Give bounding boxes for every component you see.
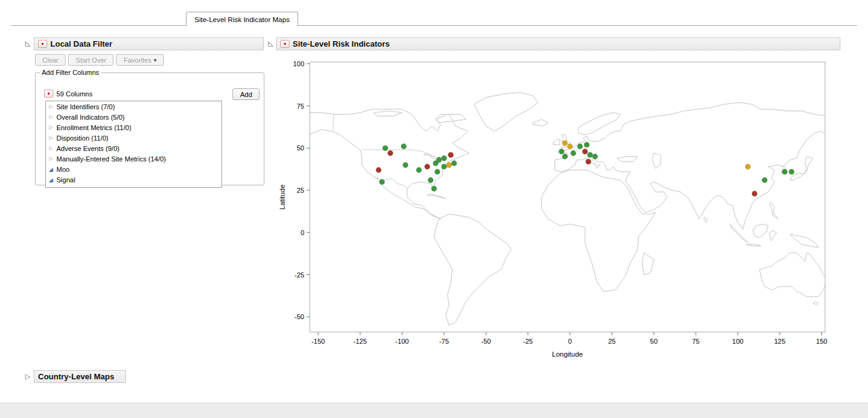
tree-item-site-identifiers-7-0[interactable]: ▷Site Identifiers (7/0) [46, 101, 221, 112]
clear-button[interactable]: Clear [35, 54, 66, 66]
site-point[interactable] [383, 145, 388, 151]
x-tick-label: 75 [692, 338, 699, 345]
tab-site-level-risk-indicator-maps[interactable]: Site-Level Risk Indicator Maps [186, 12, 298, 26]
columns-count-label: 59 Columns [56, 90, 93, 98]
site-point[interactable] [563, 154, 568, 160]
site-point[interactable] [593, 154, 598, 160]
red-triangle-menu-icon[interactable]: ▼ [280, 40, 290, 48]
app-window: Site-Level Risk Indicator Maps ◺ ▼ Local… [0, 0, 868, 403]
site-point[interactable] [417, 168, 422, 173]
tree-item-label: Signal [56, 176, 75, 184]
expand-triangle-icon[interactable]: ▷ [48, 135, 54, 141]
tree-item-label: Adverse Events (9/0) [56, 145, 120, 152]
filter-buttons-row: Clear Start Over Favorites ▾ [35, 54, 164, 66]
x-tick-label: 150 [816, 338, 827, 345]
columns-count-row: ▼ 59 Columns [44, 90, 93, 98]
x-tick-label: -100 [395, 338, 409, 345]
tree-item-label: Manually-Entered Site Metrics (14/0) [56, 155, 166, 163]
site-point[interactable] [745, 164, 751, 169]
expand-triangle-icon[interactable]: ▷ [48, 125, 54, 130]
tree-item-label: Site Identifiers (7/0) [56, 103, 115, 110]
site-point[interactable] [431, 186, 437, 192]
start-over-button[interactable]: Start Over [68, 54, 113, 66]
site-point[interactable] [586, 159, 591, 164]
site-point[interactable] [582, 149, 588, 154]
expand-triangle-icon[interactable]: ▷ [48, 114, 54, 120]
site-point[interactable] [447, 162, 452, 168]
site-point[interactable] [435, 169, 440, 174]
x-tick-label: -150 [312, 338, 325, 345]
x-tick-label: -125 [353, 338, 367, 345]
site-point[interactable] [567, 144, 573, 149]
site-point[interactable] [448, 152, 453, 158]
y-tick-label: -25 [294, 271, 304, 279]
site-point[interactable] [424, 164, 430, 169]
red-triangle-menu-icon[interactable]: ▼ [44, 90, 53, 98]
x-tick-label: 50 [650, 338, 658, 345]
site-point[interactable] [559, 149, 564, 154]
add-button[interactable]: Add [232, 88, 259, 100]
tree-item-adverse-events-9-0[interactable]: ▷Adverse Events (9/0) [46, 143, 221, 153]
site-point[interactable] [388, 150, 393, 156]
site-point[interactable] [789, 169, 794, 174]
site-point[interactable] [401, 144, 407, 149]
continuous-column-icon: ◢ [48, 166, 54, 172]
favorites-button[interactable]: Favorites ▾ [116, 54, 164, 66]
x-axis-title: Longitude [552, 350, 583, 358]
expand-triangle-icon[interactable]: ▷ [48, 145, 54, 151]
site-point[interactable] [563, 141, 568, 146]
site-point[interactable] [577, 144, 583, 149]
collapse-triangle-icon[interactable]: ▷ [25, 372, 30, 381]
dropdown-arrow-icon: ▾ [154, 57, 157, 63]
site-point[interactable] [588, 152, 593, 158]
tree-item-label: Moo [56, 166, 69, 173]
x-tick-label: 0 [568, 338, 572, 345]
site-point[interactable] [403, 162, 409, 168]
tree-item-enrollment-metrics-11-0[interactable]: ▷Enrollment Metrics (11/0) [46, 122, 221, 133]
site-point[interactable] [570, 150, 576, 156]
site-point[interactable] [442, 164, 447, 169]
x-tick-label: 25 [608, 338, 615, 345]
expand-triangle-icon[interactable]: ▷ [48, 104, 54, 109]
site-point[interactable] [451, 161, 457, 166]
red-triangle-menu-icon[interactable]: ▼ [38, 40, 47, 48]
site-point[interactable] [376, 168, 382, 173]
tree-item-signal[interactable]: ◢Signal [46, 174, 221, 185]
site-map-plot[interactable]: -150-125-100-75-50-250255075100125150100… [275, 55, 839, 365]
y-tick-label: 100 [293, 60, 304, 68]
site-point[interactable] [428, 177, 434, 183]
site-point[interactable] [584, 142, 590, 147]
expand-triangle-icon[interactable]: ▷ [48, 156, 54, 161]
x-tick-label: -75 [439, 338, 449, 345]
y-tick-label: 50 [297, 144, 304, 152]
add-filter-columns-group: Add Filter Columns ▼ 59 Columns Add ▷Sit… [35, 69, 264, 185]
tree-item-manually-entered-site-metrics-14-0[interactable]: ▷Manually-Entered Site Metrics (14/0) [46, 153, 221, 164]
collapse-triangle-icon[interactable]: ◺ [25, 39, 30, 47]
country-level-maps-header[interactable]: Country-Level Maps [34, 370, 126, 383]
country-level-maps-title: Country-Level Maps [38, 372, 114, 381]
site-point[interactable] [436, 157, 442, 163]
tree-item-label: Enrollment Metrics (11/0) [56, 124, 131, 131]
y-axis-title: Latitude [278, 185, 286, 210]
site-level-indicators-title: Site-Level Risk Indicators [293, 39, 390, 48]
local-data-filter-title: Local Data Filter [50, 39, 112, 48]
tree-item-overall-indicators-5-0[interactable]: ▷Overall Indicators (5/0) [46, 112, 221, 122]
y-tick-label: -50 [294, 313, 304, 320]
y-tick-label: 75 [297, 103, 304, 110]
x-tick-label: -25 [523, 338, 533, 345]
site-point[interactable] [379, 179, 385, 185]
tab-strip-line [11, 25, 857, 26]
tree-item-disposition-11-0[interactable]: ▷Disposition (11/0) [46, 133, 221, 143]
site-point[interactable] [752, 191, 758, 196]
x-tick-label: 100 [732, 338, 743, 345]
site-point[interactable] [442, 155, 447, 161]
site-point[interactable] [782, 169, 788, 174]
tree-item-moo[interactable]: ◢Moo [46, 164, 221, 174]
site-point[interactable] [762, 177, 767, 183]
plot-frame [310, 62, 825, 332]
favorites-label: Favorites [123, 56, 151, 64]
y-tick-label: 25 [297, 187, 304, 194]
local-data-filter-header: ▼ Local Data Filter [34, 37, 264, 50]
collapse-triangle-icon[interactable]: ◺ [268, 39, 273, 47]
tab-label: Site-Level Risk Indicator Maps [194, 16, 290, 23]
